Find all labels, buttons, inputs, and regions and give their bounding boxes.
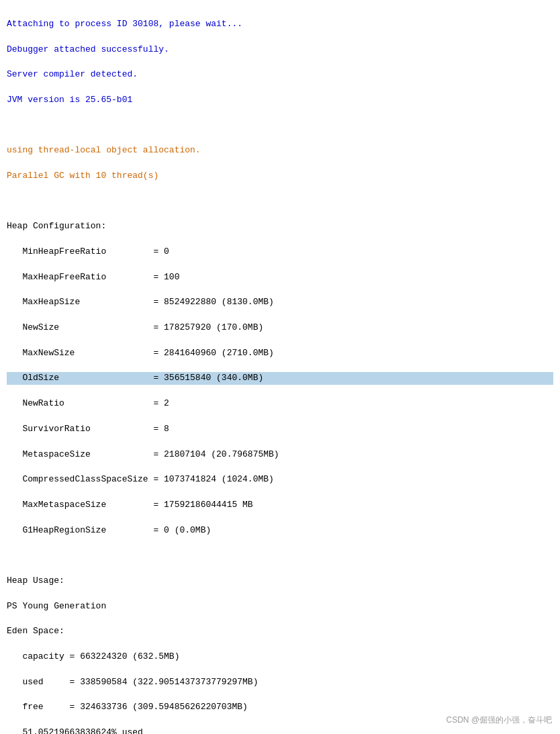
terminal-line-26: used = 338590584 (322.9051437373779297MB… (7, 676, 553, 689)
terminal-line-14: OldSize = 356515840 (340.0MB) (7, 372, 553, 385)
terminal-line-4: ​ (7, 120, 553, 132)
terminal-line-25: capacity = 663224320 (632.5MB) (7, 651, 553, 663)
terminal-line-24: Eden Space: (7, 625, 553, 638)
terminal-line-15: NewRatio = 2 (7, 398, 553, 410)
terminal-line-0: Attaching to process ID 30108, please wa… (7, 18, 553, 31)
terminal-line-17: MetaspaceSize = 21807104 (20.796875MB) (7, 449, 553, 461)
terminal-line-28: 51.05219663838624% used (7, 727, 553, 734)
terminal-line-2: Server compiler detected. (7, 68, 553, 81)
terminal-line-3: JVM version is 25.65-b01 (7, 94, 553, 107)
terminal-line-5: using thread-local object allocation. (7, 144, 553, 157)
terminal-line-11: MaxHeapSize = 8524922880 (8130.0MB) (7, 296, 553, 309)
terminal-line-12: NewSize = 178257920 (170.0MB) (7, 322, 553, 334)
terminal-line-23: PS Young Generation (7, 600, 553, 613)
terminal-line-19: MaxMetaspaceSize = 17592186044415 MB (7, 499, 553, 512)
terminal-line-22: Heap Usage: (7, 575, 553, 588)
terminal-line-13: MaxNewSize = 2841640960 (2710.0MB) (7, 347, 553, 360)
terminal-line-7: ​ (7, 195, 553, 208)
terminal-line-6: Parallel GC with 10 thread(s) (7, 170, 553, 183)
terminal-line-20: G1HeapRegionSize = 0 (0.0MB) (7, 524, 553, 537)
terminal-line-21: ​ (7, 549, 553, 562)
terminal-line-27: free = 324633736 (309.5948562622070​3MB) (7, 701, 553, 714)
watermark-text: CSDN @倔强的小强，奋斗吧 (446, 715, 552, 726)
terminal-line-16: SurvivorRatio = 8 (7, 423, 553, 436)
terminal-line-18: CompressedClassSpaceSize = 1073741824 (1… (7, 473, 553, 486)
terminal-line-1: Debugger attached successfully. (7, 44, 553, 56)
terminal-line-10: MaxHeapFreeRatio = 100 (7, 271, 553, 284)
terminal-line-8: Heap Configuration: (7, 220, 553, 233)
terminal-line-9: MinHeapFreeRatio = 0 (7, 246, 553, 259)
terminal-output: Attaching to process ID 30108, please wa… (7, 5, 553, 734)
